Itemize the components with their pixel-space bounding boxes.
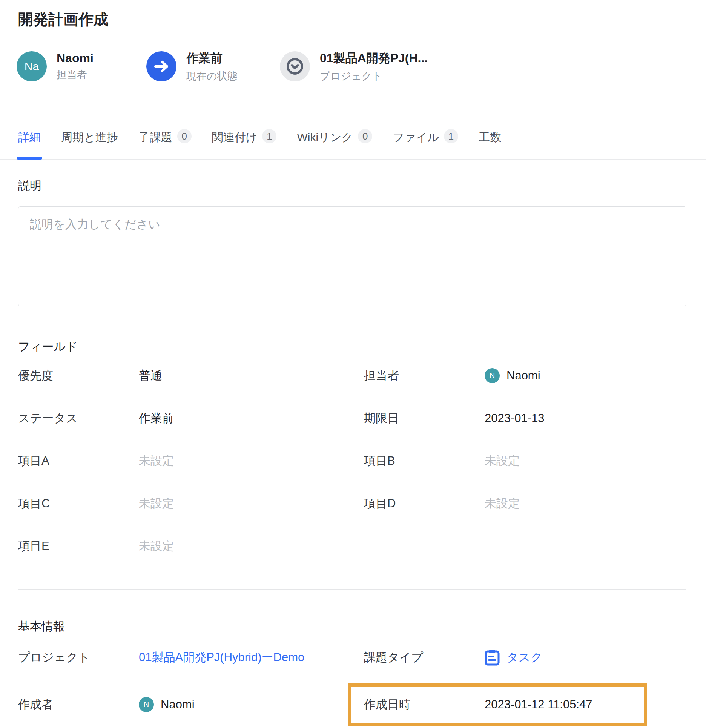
tab-subissues[interactable]: 子課題0 [138,124,192,159]
field-row-item-d: 項目D 未設定 [364,482,686,525]
status-value: 作業前 [186,50,238,67]
tab-wiki-links[interactable]: Wikiリンク0 [297,124,372,159]
field-label: 項目E [18,538,139,554]
status-arrow-icon [146,51,176,81]
created-at-value: 2023-01-12 11:05:47 [485,698,592,711]
field-row-item-a: 項目A 未設定 [18,439,364,482]
item-c-value[interactable]: 未設定 [139,496,174,511]
fields-section-label: フィールド [18,339,78,355]
assignee-label: 担当者 [57,68,94,81]
field-label: 担当者 [364,368,485,384]
tab-workload[interactable]: 工数 [479,124,501,159]
tab-relations[interactable]: 関連付け1 [212,124,277,159]
assignee-avatar: Na [17,51,47,81]
field-label: 優先度 [18,368,139,384]
item-e-value[interactable]: 未設定 [139,538,174,554]
field-row-priority: 優先度 普通 [18,354,364,397]
tab-cycle-progress[interactable]: 周期と進捗 [61,124,118,159]
status-label: 現在の状態 [186,69,238,83]
issue-type-value[interactable]: タスク [485,649,542,666]
field-row-duedate: 期限日 2023-01-13 [364,397,686,439]
field-row-item-e: 項目E 未設定 [18,525,364,567]
field-row-status: ステータス 作業前 [18,397,364,439]
field-label: 作成日時 [364,697,485,713]
issue-detail-page: 開発計画作成 Na Naomi 担当者 作業前 現在の状態 01製品A開発PJ(… [0,0,706,728]
header-divider [0,109,706,109]
project-name: 01製品A開発PJ(H... [320,50,428,67]
page-title: 開発計画作成 [18,9,109,30]
field-label: プロジェクト [18,650,139,665]
item-a-value[interactable]: 未設定 [139,453,174,469]
field-label: ステータス [18,410,139,426]
subissues-count-badge: 0 [177,129,192,143]
tab-bar: 詳細 周期と進捗 子課題0 関連付け1 Wikiリンク0 ファイル1 工数 [0,124,706,160]
basic-row-creator: 作成者 N Naomi [18,681,364,728]
tab-files[interactable]: ファイル1 [393,124,458,159]
creator-mini-avatar: N [139,697,154,712]
duedate-value[interactable]: 2023-01-13 [485,412,545,425]
created-at-highlight-box: 作成日時 2023-01-12 11:05:47 [348,683,647,726]
assignee-mini-avatar: N [485,368,500,383]
basic-row-issue-type: 課題タイプ タスク [364,634,686,681]
description-section-label: 説明 [18,178,41,194]
field-row-item-b: 項目B 未設定 [364,439,686,482]
basic-info-section-label: 基本情報 [18,619,65,634]
section-divider [18,589,686,590]
tab-details[interactable]: 詳細 [18,124,41,159]
basic-row-project: プロジェクト 01製品A開発PJ(Hybrid)ーDemo [18,634,364,681]
status-field-value[interactable]: 作業前 [139,410,174,426]
item-d-value[interactable]: 未設定 [485,496,520,511]
description-input[interactable] [18,206,686,306]
field-label: 項目C [18,496,139,511]
creator-value: N Naomi [139,697,195,712]
status-chip[interactable]: 作業前 現在の状態 [146,51,238,82]
project-chip[interactable]: 01製品A開発PJ(H... プロジェクト [280,51,428,82]
field-label: 項目B [364,453,485,469]
basic-row-created-at: 作成日時 2023-01-12 11:05:47 [364,681,686,728]
basic-info-grid: プロジェクト 01製品A開発PJ(Hybrid)ーDemo 課題タイプ タスク … [18,634,686,728]
assignee-chip[interactable]: Na Naomi 担当者 [17,51,94,82]
field-row-item-c: 項目C 未設定 [18,482,364,525]
field-label: 課題タイプ [364,650,485,665]
fields-grid: 優先度 普通 担当者 N Naomi ステータス 作業前 期限日 2023-01… [18,354,686,567]
field-label: 項目D [364,496,485,511]
assignee-name: Naomi [57,51,94,65]
task-clipboard-icon [485,649,500,666]
project-chevron-icon [280,51,310,81]
field-label: 項目A [18,453,139,469]
files-count-badge: 1 [444,129,458,143]
field-label: 作成者 [18,697,139,713]
field-row-assignee: 担当者 N Naomi [364,354,686,397]
assignee-field-value[interactable]: N Naomi [485,368,540,383]
relations-count-badge: 1 [262,129,276,143]
project-link[interactable]: 01製品A開発PJ(Hybrid)ーDemo [139,650,304,665]
priority-value[interactable]: 普通 [139,368,162,384]
project-label: プロジェクト [320,69,428,83]
wiki-count-badge: 0 [358,129,372,143]
field-label: 期限日 [364,410,485,426]
item-b-value[interactable]: 未設定 [485,453,520,469]
